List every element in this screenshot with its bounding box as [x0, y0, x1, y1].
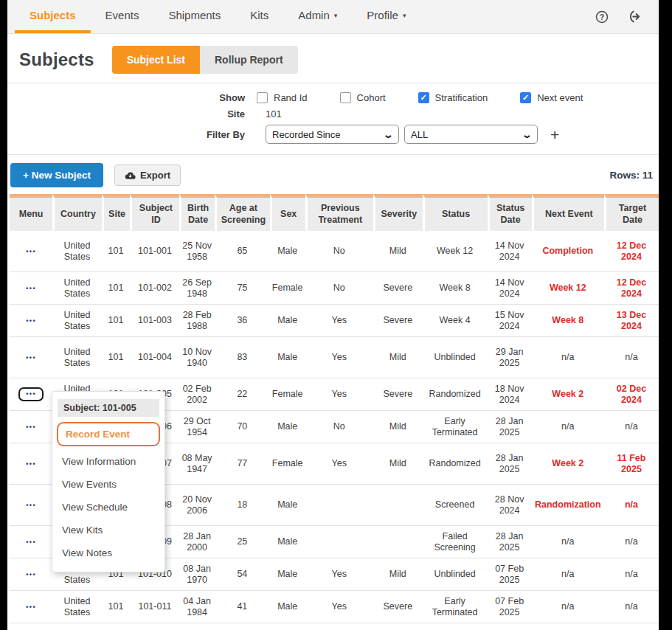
- checkbox-label: Stratification: [435, 92, 488, 103]
- cell-age: 70: [215, 411, 270, 443]
- cell-age: 22: [215, 378, 270, 411]
- cell-target-date: n/a: [604, 591, 659, 623]
- row-menu-button[interactable]: •••: [20, 500, 42, 511]
- context-menu-header: Subject: 101-005: [58, 399, 159, 417]
- top-nav: SubjectsEventsShipmentsKitsAdmin▾Profile…: [7, 0, 659, 34]
- row-menu-button[interactable]: •••: [20, 459, 42, 470]
- filter-type-select[interactable]: Recorded Since ⌄: [266, 125, 399, 144]
- nav-items: SubjectsEventsShipmentsKitsAdmin▾Profile…: [15, 0, 420, 33]
- row-menu-button[interactable]: •••: [20, 353, 42, 364]
- chevron-down-icon: ⌄: [383, 129, 394, 140]
- cell-previous-treatment: No: [305, 411, 373, 443]
- column-header-status-date: Status Date: [488, 194, 532, 231]
- show-option-next-event[interactable]: ✓Next event: [520, 92, 583, 103]
- context-menu-item-view-notes[interactable]: View Notes: [52, 541, 164, 564]
- cell-birth-date: 25 Nov 1958: [179, 231, 214, 272]
- nav-item-label: Events: [105, 9, 139, 21]
- cell-birth-date: 04 Jan 1984: [179, 591, 214, 623]
- row-menu-button[interactable]: •••: [20, 570, 42, 581]
- cell-sex: Male: [270, 337, 305, 378]
- row-menu-button[interactable]: •••: [20, 316, 42, 327]
- row-menu-button[interactable]: •••: [20, 537, 42, 548]
- cell-target-date: n/a: [604, 411, 659, 443]
- cell-subject-id: 101-011: [130, 591, 179, 623]
- site-label: Site: [7, 108, 245, 120]
- add-filter-button[interactable]: +: [550, 127, 559, 142]
- cell-previous-treatment: Yes: [305, 558, 373, 591]
- cell-previous-treatment: [305, 485, 373, 526]
- cell-age: 75: [215, 272, 270, 305]
- tab-rollup-report[interactable]: Rollup Report: [200, 46, 298, 74]
- cell-next-event: Week 2: [532, 443, 604, 485]
- cell-subject-id: 101-001: [130, 231, 179, 272]
- caret-down-icon: ▾: [403, 12, 406, 19]
- cell-menu: •••: [10, 591, 52, 623]
- row-menu-button[interactable]: •••: [18, 387, 44, 401]
- nav-item-kits[interactable]: Kits: [235, 0, 283, 33]
- column-header-target-date: Target Date: [604, 194, 659, 231]
- cell-menu: •••: [10, 526, 52, 558]
- export-button[interactable]: Export: [114, 165, 181, 186]
- cell-severity: Mild: [373, 337, 423, 378]
- nav-item-admin[interactable]: Admin▾: [283, 0, 352, 33]
- cell-status: Early Terminated: [423, 411, 488, 443]
- column-header-birth-date: Birth Date: [179, 194, 214, 231]
- cell-subject-id: 101-004: [130, 337, 179, 378]
- cell-site: 101: [102, 305, 131, 337]
- show-label: Show: [7, 92, 245, 103]
- cell-previous-treatment: Yes: [305, 591, 373, 623]
- cell-target-date: n/a: [604, 526, 659, 558]
- show-option-stratification[interactable]: ✓Stratification: [418, 92, 488, 103]
- row-menu-button[interactable]: •••: [20, 283, 42, 294]
- checkbox-checked-icon[interactable]: ✓: [418, 92, 429, 103]
- row-menu-button[interactable]: •••: [20, 602, 42, 613]
- logout-icon[interactable]: [618, 0, 651, 33]
- nav-item-label: Subjects: [30, 9, 76, 21]
- nav-item-label: Kits: [250, 9, 269, 21]
- nav-item-events[interactable]: Events: [91, 0, 154, 33]
- cell-country: United States: [52, 305, 101, 337]
- filter-type-value: Recorded Since: [272, 129, 341, 140]
- row-menu-button[interactable]: •••: [20, 422, 42, 433]
- cell-subject-id: 101-003: [130, 305, 179, 337]
- cell-status-date: 28 Jan 2025: [488, 443, 532, 485]
- cell-target-date: 12 Dec 2024: [604, 272, 659, 305]
- checkbox-unchecked-icon[interactable]: [340, 92, 351, 103]
- column-header-age-at-screening: Age at Screening: [215, 194, 270, 231]
- nav-item-label: Shipments: [168, 9, 221, 21]
- nav-item-label: Profile: [367, 9, 398, 21]
- nav-item-shipments[interactable]: Shipments: [153, 0, 235, 33]
- nav-item-profile[interactable]: Profile▾: [352, 0, 420, 33]
- context-menu-item-view-schedule[interactable]: View Schedule: [52, 496, 164, 519]
- show-option-rand-id[interactable]: Rand Id: [257, 92, 308, 103]
- cell-status-date: 14 Nov 2024: [488, 272, 532, 305]
- cell-next-event: n/a: [532, 526, 604, 558]
- table-row: •••United States101101-00328 Feb 198836M…: [10, 305, 659, 337]
- filter-value-select[interactable]: ALL ⌄: [404, 125, 538, 144]
- context-menu-item-view-kits[interactable]: View Kits: [52, 519, 164, 541]
- cell-birth-date: 28 Jan 2000: [179, 526, 214, 558]
- nav-item-subjects[interactable]: Subjects: [15, 0, 91, 33]
- context-menu-item-view-events[interactable]: View Events: [52, 473, 164, 496]
- show-option-cohort[interactable]: Cohort: [340, 92, 386, 103]
- table-header-row: MenuCountrySiteSubject IDBirth DateAge a…: [10, 194, 659, 231]
- context-menu-item-view-information[interactable]: View Information: [52, 450, 164, 473]
- page-head: Subjects Subject List Rollup Report: [7, 34, 659, 83]
- cell-status: Week 8: [423, 272, 488, 305]
- cell-subject-id: 101-002: [130, 272, 179, 305]
- context-menu-item-record-event[interactable]: Record Event: [57, 422, 160, 446]
- table-row: •••United States101101-01104 Jan 198441M…: [10, 591, 659, 623]
- filterby-controls: Recorded Since ⌄ ALL ⌄ +: [257, 125, 559, 144]
- new-subject-button[interactable]: + New Subject: [10, 163, 103, 187]
- column-header-menu: Menu: [10, 194, 52, 231]
- tab-subject-list[interactable]: Subject List: [112, 46, 200, 74]
- cell-previous-treatment: Yes: [305, 378, 373, 411]
- checkbox-unchecked-icon[interactable]: [257, 92, 268, 103]
- page-title: Subjects: [19, 49, 94, 70]
- checkbox-checked-icon[interactable]: ✓: [520, 92, 531, 103]
- cell-previous-treatment: Yes: [305, 443, 373, 485]
- checkbox-label: Rand Id: [274, 92, 308, 103]
- help-icon[interactable]: ?: [586, 0, 618, 33]
- filterby-row: Filter By Recorded Since ⌄ ALL ⌄ +: [7, 125, 659, 144]
- row-menu-button[interactable]: •••: [20, 246, 42, 257]
